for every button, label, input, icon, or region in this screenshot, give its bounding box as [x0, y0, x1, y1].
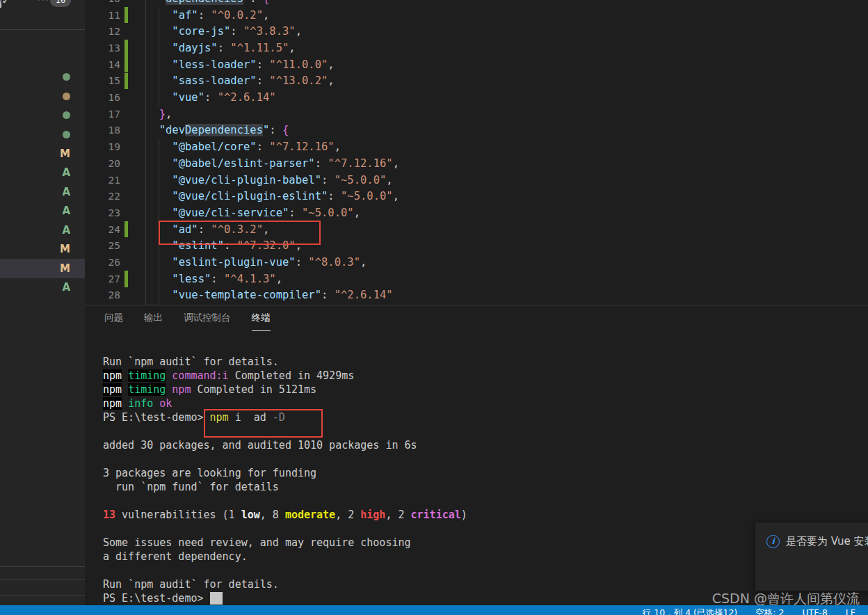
- code-token: ,: [263, 9, 269, 22]
- line-number[interactable]: 10: [85, 0, 120, 4]
- panel-tab-终端[interactable]: 终端: [252, 312, 271, 331]
- gutter-spacer: [124, 172, 128, 189]
- code-token: [146, 91, 172, 104]
- code-token: :: [257, 58, 270, 71]
- terminal-line: added 30 packages, and audited 1010 pack…: [103, 438, 467, 452]
- code-line[interactable]: 26 "eslint-plugin-vue": "^8.0.3",: [85, 254, 868, 271]
- code-line[interactable]: 22 "@vue/cli-plugin-eslint": "~5.0.0",: [85, 188, 868, 205]
- gutter-change-indicator: [124, 73, 128, 90]
- gutter-change-indicator: [124, 271, 128, 287]
- gutter-spacer: [124, 155, 128, 172]
- code-line[interactable]: 12 "core-js": "^3.8.3",: [85, 23, 868, 40]
- line-number[interactable]: 18: [85, 125, 120, 136]
- scm-file-row[interactable]: A: [0, 163, 85, 183]
- code-token: :: [315, 157, 328, 170]
- notification-toast[interactable]: i 是否要为 Vue 安装: [755, 522, 868, 591]
- panel-tab-输出[interactable]: 输出: [144, 312, 163, 331]
- code-line[interactable]: 27 "less": "^4.1.3",: [85, 271, 868, 287]
- panel-tab-调试控制台[interactable]: 调试控制台: [184, 312, 231, 331]
- code-text: "dependencies": {: [146, 0, 269, 5]
- code-text: "eslint-plugin-vue": "^8.0.3",: [146, 256, 367, 269]
- line-number[interactable]: 28: [85, 289, 120, 301]
- code-token: dependencies: [166, 0, 243, 5]
- line-number[interactable]: 27: [85, 273, 120, 285]
- code-token: [146, 42, 172, 54]
- terminal-token: ): [461, 509, 467, 521]
- status-item[interactable]: LF: [846, 607, 855, 615]
- line-number[interactable]: 12: [85, 26, 120, 37]
- code-line[interactable]: 15 "sass-loader": "^13.0.2",: [85, 73, 868, 90]
- scm-file-row[interactable]: M: [0, 144, 85, 163]
- scm-file-row[interactable]: A: [0, 202, 85, 221]
- gutter-spacer: [124, 205, 128, 221]
- code-token: :: [218, 42, 231, 54]
- terminal-token: [122, 397, 128, 410]
- scm-file-row[interactable]: [0, 67, 85, 87]
- scm-file-row[interactable]: M: [0, 259, 85, 278]
- code-line[interactable]: 11 "af": "^0.0.2",: [85, 7, 868, 24]
- code-token: ,: [289, 42, 295, 54]
- gutter-change-indicator: [124, 7, 128, 24]
- terminal-area[interactable]: Run `npm audit` for details.npm timing c…: [103, 355, 467, 605]
- code-line[interactable]: 16 "vue": "^2.6.14": [85, 89, 868, 106]
- scm-file-row[interactable]: A: [0, 182, 85, 202]
- status-bar: 行 10，列 4 (已选择12)空格: 2UTF-8LF: [0, 605, 868, 615]
- code-token: ": [159, 0, 166, 5]
- code-line[interactable]: 18 "devDependencies": {: [85, 122, 868, 139]
- panel-tab-问题[interactable]: 问题: [104, 312, 123, 331]
- code-line[interactable]: 23 "@vue/cli-service": "~5.0.0",: [85, 205, 868, 221]
- code-token: :: [198, 9, 211, 22]
- terminal-token: a different dependency.: [103, 550, 248, 563]
- commit-check-icon[interactable]: ✓: [1, 0, 10, 7]
- code-line[interactable]: 28 "vue-template-compiler": "^2.6.14": [85, 287, 868, 304]
- terminal-line: Some issues need review, and may require…: [103, 536, 467, 550]
- code-token: [146, 289, 172, 301]
- terminal-line: [103, 564, 467, 577]
- line-number[interactable]: 11: [85, 10, 120, 21]
- terminal-token: PS E:\test-demo>: [103, 592, 210, 605]
- scm-file-list: MAAAAMMA: [0, 67, 85, 297]
- code-token: "@babel/eslint-parser": [172, 157, 314, 170]
- line-number[interactable]: 24: [85, 224, 120, 235]
- status-item[interactable]: 空格: 2: [755, 607, 784, 615]
- scm-file-row[interactable]: A: [0, 221, 85, 240]
- line-number[interactable]: 25: [85, 240, 120, 251]
- git-status-letter: A: [62, 166, 70, 179]
- line-number[interactable]: 20: [85, 158, 120, 169]
- line-number[interactable]: 15: [85, 75, 120, 86]
- line-number[interactable]: 17: [85, 109, 120, 120]
- code-line[interactable]: 21 "@vue/cli-plugin-babel": "~5.0.0",: [85, 172, 868, 189]
- scm-file-row[interactable]: [0, 106, 85, 125]
- line-number[interactable]: 16: [85, 92, 120, 103]
- terminal-token: , 8: [260, 509, 285, 521]
- code-line[interactable]: 20 "@babel/eslint-parser": "^7.12.16",: [85, 155, 868, 172]
- more-actions-icon[interactable]: ⋯: [37, 0, 50, 6]
- line-number[interactable]: 26: [85, 257, 120, 268]
- line-number[interactable]: 21: [85, 175, 120, 186]
- terminal-line: a different dependency.: [103, 550, 467, 564]
- code-line[interactable]: 19 "@babel/core": "^7.12.16",: [85, 138, 868, 155]
- code-line[interactable]: 14 "less-loader": "^11.0.0",: [85, 56, 868, 73]
- line-number[interactable]: 22: [85, 191, 120, 202]
- code-line[interactable]: 10 "dependencies": {: [85, 0, 868, 7]
- terminal-line: npm timing command:i Completed in 4929ms: [103, 369, 467, 383]
- terminal-token: timing: [128, 369, 166, 382]
- line-number[interactable]: 14: [85, 59, 120, 70]
- terminal-token: npm: [103, 397, 122, 410]
- line-number[interactable]: 23: [85, 207, 120, 218]
- gutter-spacer: [124, 106, 128, 122]
- scm-file-row[interactable]: [0, 125, 85, 145]
- scm-file-row[interactable]: M: [0, 240, 85, 259]
- status-item[interactable]: UTF-8: [802, 607, 827, 615]
- scm-file-row[interactable]: [0, 87, 85, 106]
- code-text: "less-loader": "^11.0.0",: [146, 58, 335, 71]
- line-number[interactable]: 19: [85, 141, 120, 152]
- editor-area[interactable]: 10 "dependencies": {11 "af": "^0.0.2",12…: [85, 0, 868, 305]
- status-item[interactable]: 行 10，列 4 (已选择12): [643, 607, 737, 615]
- code-token: [146, 25, 172, 38]
- terminal-token: Completed in 5121ms: [191, 383, 316, 396]
- code-line[interactable]: 13 "dayjs": "^1.11.5",: [85, 40, 868, 56]
- scm-file-row[interactable]: A: [0, 278, 85, 298]
- line-number[interactable]: 13: [85, 42, 120, 54]
- code-line[interactable]: 17 },: [85, 106, 868, 122]
